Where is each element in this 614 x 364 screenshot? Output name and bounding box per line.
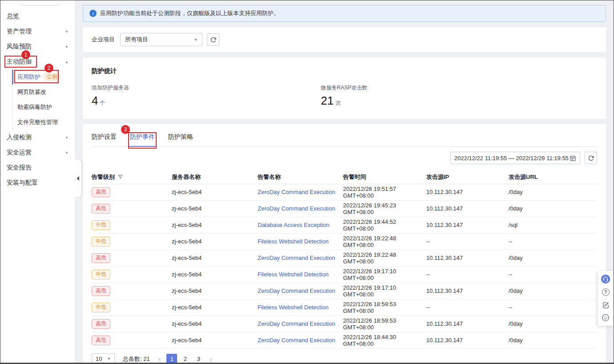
page-size-value: 10 [96,356,102,362]
sidebar-collapse-handle[interactable] [74,160,81,197]
alert-name-link[interactable]: Database Access Exception [258,222,329,228]
page-2[interactable]: 2 [180,354,190,364]
server-name: zj-ecs-5eb4 [172,299,258,315]
next-page-button[interactable]: › [208,356,214,363]
alert-name-link[interactable]: ZeroDay Command Execution [258,337,335,344]
pagination: 10 ▼ 总条数: 21 ‹ 123 › [92,353,597,364]
alert-level-badge: 高危 [92,253,110,263]
chevron-down-icon: ▼ [65,45,69,49]
tab-protection-policies[interactable]: 防护策略 [168,133,193,146]
attack-source-ip: 10.112.30.147 [426,217,509,233]
help-icon[interactable]: ? [601,287,610,297]
tab-protection-events[interactable]: 防护事件 [130,133,155,146]
alert-name-link[interactable]: ZeroDay Command Execution [258,255,335,261]
attack-source-ip: 10.112.30.147 [426,184,509,200]
sidebar-item-intrusion-detection[interactable]: 入侵检测▼ [0,130,75,145]
sidebar-item-label: 应用防护 [17,73,40,81]
sidebar-item-label: 勒索病毒防护 [17,103,52,111]
enterprise-project-bar: 企业项目 所有项目 ▼ [83,27,606,52]
customer-service-icon[interactable] [601,274,610,284]
sidebar-item-file-integrity-management[interactable]: 文件完整性管理 [0,115,75,130]
survey-smiley-icon[interactable] [601,313,610,323]
stat-label: 添加防护服务器 [92,84,321,92]
refresh-button[interactable] [207,33,219,46]
sidebar-item-label: 风险预防 [7,43,32,51]
filter-icon[interactable] [117,174,123,180]
sidebar-item-label: 主动防御 [7,58,32,66]
table-header-row: 告警级别服务器名称告警名称告警时间攻击源IP攻击源URL [92,170,597,184]
alert-time: 2022/12/26 18:59:53 GMT+08:00 [343,299,426,315]
tab-protection-settings[interactable]: 防护设置 [92,133,117,146]
selected-project: 所有项目 [125,36,148,44]
server-name: zj-ecs-5eb4 [172,250,258,266]
page-3[interactable]: 3 [193,354,204,364]
alert-level-badge: 高危 [92,319,110,329]
alert-name-link[interactable]: Fileless Webshell Detection [258,271,328,278]
events-table: 告警级别服务器名称告警名称告警时间攻击源IP攻击源URL 高危zj-ecs-5e… [92,170,597,349]
column-header: 攻击源IP [426,174,449,180]
stat-protected-servers: 添加防护服务器4个 [92,84,321,108]
alert-time: 2022/12/26 18:44:30 GMT+08:00 [343,332,426,348]
date-range-input[interactable]: 2022/12/22 11:19:55 — 2022/12/29 11:19:5… [450,152,580,164]
sidebar-item-ransomware-protection[interactable]: 勒索病毒防护 [0,100,75,115]
beta-info-banner: i 应用防护功能当前处于公测阶段，仅旗舰版及以上版本支持应用防护。 [83,5,606,22]
sidebar-item-overview[interactable]: 总览 [0,9,75,24]
chevron-down-icon: ▼ [107,357,111,361]
table-toolbar: 2022/12/22 11:19:55 — 2022/12/29 11:19:5… [92,152,597,164]
chevron-down-icon: ▼ [65,151,69,155]
chevron-down-icon: ▼ [65,136,69,140]
collapse-arrow-icon [77,176,79,181]
event-row: 高危zj-ecs-5eb4ZeroDay Command Execution20… [92,200,597,217]
attack-source-ip: 10.112.30.147 [426,250,509,266]
prev-page-button[interactable]: ‹ [157,356,163,363]
alert-time: 2022/12/26 19:22:48 GMT+08:00 [343,250,426,266]
alert-name-link[interactable]: ZeroDay Command Execution [258,320,335,327]
sidebar-item-installation-configuration[interactable]: 安装与配置 [0,175,75,190]
column-header: 服务器名称 [172,174,201,180]
sidebar-item-label: 安全报告 [7,164,32,172]
alert-name-link[interactable]: Fileless Webshell Detection [258,238,328,245]
table-refresh-button[interactable] [585,152,597,164]
server-name: zj-ecs-5eb4 [172,266,258,283]
sidebar-item-web-tamper-protection[interactable]: 网页防篡改 [0,85,75,100]
alert-name-link[interactable]: ZeroDay Command Execution [258,287,335,294]
sidebar-item-asset-management[interactable]: 资产管理▼ [0,24,75,39]
enterprise-project-label: 企业项目 [92,36,115,44]
sidebar-item-risk-prevention[interactable]: 风险预防▼ [0,39,75,54]
chevron-up-icon: ▲ [65,60,69,64]
protection-events-card: 防护设置防护事件防护策略 2022/12/22 11:19:55 — 2022/… [83,124,606,364]
alert-name-link[interactable]: ZeroDay Command Execution [258,205,335,212]
event-row: 高危zj-ecs-5eb4ZeroDay Command Execution20… [92,332,597,348]
main-content: i 应用防护功能当前处于公测阶段，仅旗舰版及以上版本支持应用防护。 企业项目 所… [75,0,614,363]
sidebar-item-security-operations[interactable]: 安全运营▼ [0,145,75,160]
alert-time: 2022/12/26 19:17:10 GMT+08:00 [343,283,426,299]
column-header: 攻击源URL [509,174,538,180]
alert-level-badge: 中危 [92,220,110,230]
page-numbers: 123 [165,354,205,364]
page-size-select[interactable]: 10 ▼ [92,353,115,364]
alert-name-link[interactable]: Fileless Webshell Detection [258,304,328,311]
event-row: 高危zj-ecs-5eb4ZeroDay Command Execution20… [92,184,597,200]
alert-name-link[interactable]: ZeroDay Command Execution [258,189,335,195]
calendar-icon [570,155,576,162]
column-header: 告警时间 [343,174,366,180]
page-1[interactable]: 1 [166,354,177,364]
server-name: zj-ecs-5eb4 [172,200,258,217]
sidebar-item-application-protection[interactable]: 应用防护公测 [0,69,75,85]
chevron-down-icon: ▼ [65,30,69,34]
protection-statistics-card: 防护统计 添加防护服务器4个微服务RASP攻击数21次 [83,57,606,119]
server-name: zj-ecs-5eb4 [172,332,258,348]
server-name: zj-ecs-5eb4 [172,184,258,200]
alert-level-badge: 高危 [92,286,110,296]
attack-source-url: -- [509,299,597,315]
sidebar-item-security-report[interactable]: 安全报告 [0,160,75,175]
event-row: 高危zj-ecs-5eb4ZeroDay Command Execution20… [92,315,597,332]
event-row: 高危zj-ecs-5eb4ZeroDay Command Execution20… [92,283,597,299]
alert-time: 2022/12/26 19:22:48 GMT+08:00 [343,233,426,250]
event-row: 高危zj-ecs-5eb4ZeroDay Command Execution20… [92,250,597,266]
server-name: zj-ecs-5eb4 [172,217,258,233]
sidebar-item-proactive-defense[interactable]: 主动防御▲ [0,54,75,69]
feedback-icon[interactable] [601,300,610,310]
event-row: 中危zj-ecs-5eb4Fileless Webshell Detection… [92,266,597,283]
enterprise-project-select[interactable]: 所有项目 ▼ [120,33,202,46]
